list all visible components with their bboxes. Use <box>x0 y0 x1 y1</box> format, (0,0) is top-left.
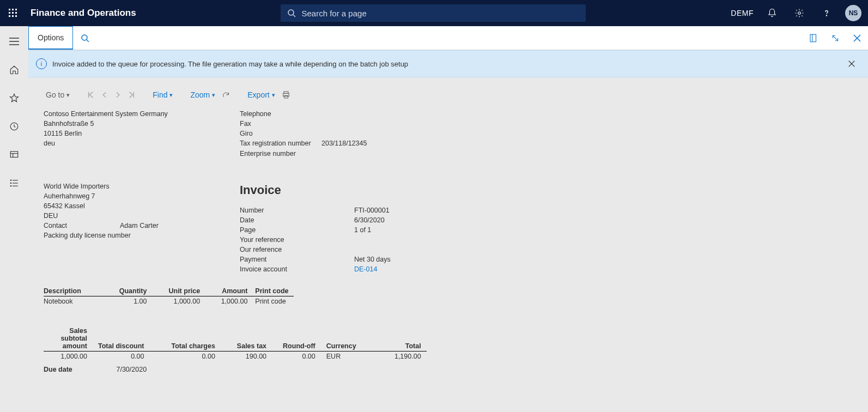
app-title: Finance and Operations <box>31 8 136 19</box>
zoom-menu[interactable]: Zoom ▾ <box>190 90 215 99</box>
global-search[interactable]: Search for a page <box>281 4 586 22</box>
chevron-down-icon: ▾ <box>272 92 275 99</box>
tab-options[interactable]: Options <box>28 26 73 50</box>
col-unitprice: Unit price <box>152 286 205 296</box>
app-launcher-button[interactable] <box>0 0 26 26</box>
giro-label: Giro <box>240 129 321 138</box>
waffle-icon <box>9 9 17 17</box>
sender-name: Contoso Entertainment System Germany <box>44 109 207 119</box>
last-page-button[interactable] <box>128 91 135 99</box>
due-label: Due date <box>44 366 114 373</box>
prev-page-button[interactable] <box>101 91 108 99</box>
hamburger-icon <box>9 38 19 45</box>
fax-label: Fax <box>240 119 321 129</box>
contact-value: Adam Carter <box>120 222 159 229</box>
billto-country: DEU <box>44 211 207 221</box>
sender-country: deu <box>44 138 207 148</box>
refresh-button[interactable] <box>222 91 230 99</box>
action-search-button[interactable] <box>73 26 97 50</box>
svg-rect-8 <box>15 15 17 17</box>
invoice-document: Contoso Entertainment System Germany Bah… <box>44 109 853 373</box>
print-icon <box>282 90 290 99</box>
open-in-office-button[interactable] <box>803 26 824 50</box>
viewer-toolbar: Go to ▾ Find ▾ <box>44 90 853 99</box>
svg-point-9 <box>288 10 294 15</box>
totals-table: Sales subtotal amount Total discount Tot… <box>44 327 427 361</box>
due-value: 7/30/2020 <box>116 366 147 373</box>
svg-rect-7 <box>12 15 14 17</box>
svg-rect-35 <box>284 92 288 93</box>
item-qty: 1.00 <box>119 296 153 307</box>
refresh-icon <box>222 91 230 99</box>
charges-value: 0.00 <box>150 352 221 362</box>
nav-recent-button[interactable] <box>4 118 24 135</box>
svg-point-24 <box>10 183 11 184</box>
discount-value: 0.00 <box>93 352 150 362</box>
workspace: Options <box>0 26 868 412</box>
search-icon <box>81 34 89 43</box>
svg-point-11 <box>798 12 801 15</box>
nav-workspaces-button[interactable] <box>4 146 24 163</box>
last-page-icon <box>128 91 135 99</box>
user-avatar[interactable]: NS <box>845 5 861 21</box>
subtotal-value: 1,000.00 <box>44 352 93 362</box>
settings-button[interactable] <box>791 4 808 22</box>
goto-menu[interactable]: Go to ▾ <box>46 90 70 99</box>
nav-expand-button[interactable] <box>4 33 24 50</box>
svg-rect-1 <box>12 9 14 10</box>
nav-favorites-button[interactable] <box>4 89 24 107</box>
topbar: Finance and Operations Search for a page… <box>0 0 868 26</box>
popout-button[interactable] <box>824 26 846 50</box>
invoice-fields-block: Invoice NumberFTI-000001 Date6/30/2020 P… <box>240 181 391 275</box>
dismiss-message-button[interactable] <box>843 55 860 72</box>
invoice-yourref-label: Your reference <box>240 235 354 245</box>
info-message-text: Invoice added to the queue for processin… <box>52 60 408 68</box>
table-row: Notebook 1.00 1,000.00 1,000.00 Print co… <box>44 296 294 307</box>
currency-value: EUR <box>321 352 362 362</box>
company-code[interactable]: DEMF <box>731 9 754 17</box>
line-items-table: Description Quantity Unit price Amount P… <box>44 286 294 306</box>
invoice-page-label: Page <box>240 225 354 235</box>
info-message-bar: i Invoice added to the queue for process… <box>28 50 868 77</box>
next-page-button[interactable] <box>114 91 121 99</box>
col-amount: Amount <box>205 286 253 296</box>
close-icon <box>848 60 855 68</box>
find-menu[interactable]: Find ▾ <box>153 90 173 99</box>
workspace-icon <box>9 150 19 160</box>
th-discount: Total discount <box>93 327 150 352</box>
prev-icon <box>101 91 108 99</box>
total-value: 1,190.00 <box>362 352 427 362</box>
popout-icon <box>831 34 840 43</box>
invoice-page-value: 1 of 1 <box>354 225 371 235</box>
svg-rect-28 <box>810 34 816 42</box>
help-icon <box>822 8 831 18</box>
svg-rect-0 <box>9 9 10 10</box>
close-button[interactable] <box>846 26 868 50</box>
tax-value: 190.00 <box>221 352 272 362</box>
svg-rect-3 <box>9 12 10 14</box>
office-icon <box>809 33 818 43</box>
first-page-button[interactable] <box>87 91 95 99</box>
th-charges: Total charges <box>150 327 221 352</box>
export-menu[interactable]: Export ▾ <box>247 90 275 99</box>
svg-point-12 <box>826 15 827 16</box>
invoice-heading: Invoice <box>240 181 391 199</box>
gear-icon <box>794 8 804 18</box>
next-icon <box>114 91 121 99</box>
svg-point-25 <box>10 186 11 187</box>
help-button[interactable] <box>818 4 835 22</box>
export-label: Export <box>247 90 269 99</box>
chevron-down-icon: ▾ <box>212 92 215 99</box>
invoice-payment-value: Net 30 days <box>354 255 391 264</box>
nav-home-button[interactable] <box>4 61 24 78</box>
nav-modules-button[interactable] <box>4 174 24 192</box>
invoice-account-link[interactable]: DE-014 <box>354 264 377 274</box>
invoice-ourref-label: Our reference <box>240 245 354 255</box>
report-viewer: Go to ▾ Find ▾ <box>28 77 868 412</box>
th-total: Total <box>362 327 427 352</box>
notifications-button[interactable] <box>763 4 781 22</box>
main-area: Options <box>28 26 868 412</box>
print-button[interactable] <box>282 90 290 99</box>
item-unit: 1,000.00 <box>152 296 205 307</box>
chevron-down-icon: ▾ <box>66 92 70 99</box>
